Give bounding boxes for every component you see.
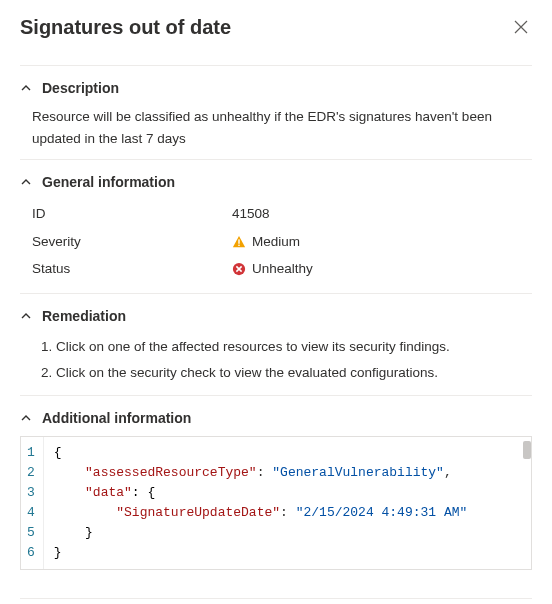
section-title-remediation: Remediation — [42, 308, 126, 324]
kv-key: ID — [32, 203, 232, 225]
kv-row-status: Status Unhealthy — [32, 255, 532, 283]
code-body: { "assessedResourceType": "GeneralVulner… — [44, 437, 531, 569]
chevron-up-icon — [20, 413, 32, 423]
description-text: Resource will be classified as unhealthy… — [20, 106, 532, 149]
remediation-step: Click on the security check to view the … — [56, 360, 532, 386]
remediation-step: Click on one of the affected resources t… — [56, 334, 532, 360]
kv-row-id: ID 41508 — [32, 200, 532, 228]
section-title-description: Description — [42, 80, 119, 96]
section-toggle-additional[interactable]: Additional information — [20, 410, 532, 426]
section-toggle-remediation[interactable]: Remediation — [20, 308, 532, 324]
kv-value: Medium — [252, 231, 300, 253]
warning-icon — [232, 235, 246, 249]
svg-rect-0 — [238, 239, 239, 243]
close-icon — [514, 20, 528, 34]
remediation-list: Click on one of the affected resources t… — [32, 334, 532, 385]
close-button[interactable] — [510, 16, 532, 41]
kv-value: Unhealthy — [252, 258, 313, 280]
section-toggle-description[interactable]: Description — [20, 80, 532, 96]
error-icon — [232, 262, 246, 276]
kv-row-severity: Severity Medium — [32, 228, 532, 256]
line-gutter: 123456 — [21, 437, 44, 569]
page-title: Signatures out of date — [20, 16, 231, 39]
section-toggle-general[interactable]: General information — [20, 174, 532, 190]
kv-value: 41508 — [232, 203, 270, 225]
section-title-general: General information — [42, 174, 175, 190]
chevron-up-icon — [20, 177, 32, 187]
chevron-up-icon — [20, 83, 32, 93]
svg-rect-1 — [238, 244, 239, 245]
scrollbar-thumb[interactable] — [523, 441, 531, 459]
chevron-up-icon — [20, 311, 32, 321]
kv-key: Status — [32, 258, 232, 280]
divider — [20, 598, 532, 599]
json-code-block[interactable]: 123456 { "assessedResourceType": "Genera… — [20, 436, 532, 570]
section-title-additional: Additional information — [42, 410, 191, 426]
kv-key: Severity — [32, 231, 232, 253]
